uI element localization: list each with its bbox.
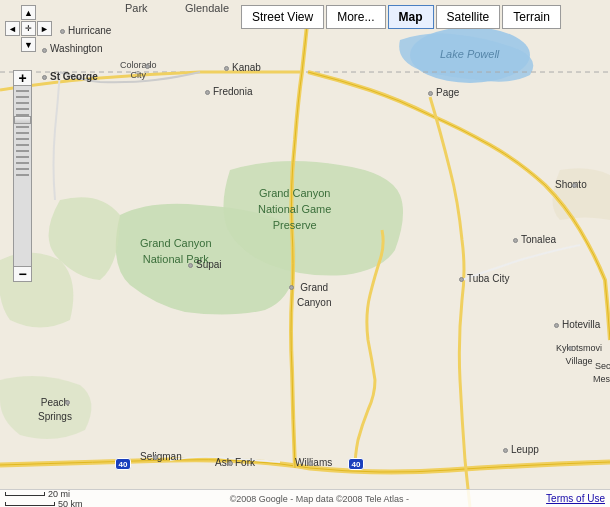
kykotsmovi-dot [568, 346, 573, 351]
supai-dot [188, 263, 193, 268]
zoom-notch-11 [16, 150, 29, 152]
zoom-notch-7 [16, 126, 29, 128]
scale-km-label: 50 km [58, 499, 83, 508]
nav-empty-bl [5, 37, 20, 52]
seligman-dot [153, 455, 158, 460]
bottom-bar: 20 mi 50 km ©2008 Google - Map data ©200… [0, 489, 610, 507]
hotevilla-dot [554, 323, 559, 328]
zoom-slider: + − [13, 70, 32, 282]
grand-canyon-dot [289, 285, 294, 290]
hurricane-dot [60, 29, 65, 34]
scale-miles: 20 mi [5, 489, 83, 499]
zoom-notch-4 [16, 108, 29, 110]
nav-empty-tl [5, 5, 20, 20]
map-svg [0, 0, 610, 507]
satellite-button[interactable]: Satellite [436, 5, 501, 29]
nav-empty-tr [37, 5, 52, 20]
nav-down-button[interactable]: ▼ [21, 37, 36, 52]
toolbar: Street View More... Map Satellite Terrai… [241, 5, 561, 29]
kanab-dot [224, 66, 229, 71]
zoom-notch-10 [16, 144, 29, 146]
zoom-notch-14 [16, 168, 29, 170]
scale-km: 50 km [5, 499, 83, 508]
st-george-dot [42, 75, 47, 80]
zoom-notch-1 [16, 90, 29, 92]
map-button[interactable]: Map [388, 5, 434, 29]
i40-shield-left: 40 [115, 458, 131, 470]
more-button[interactable]: More... [326, 5, 385, 29]
terrain-button[interactable]: Terrain [502, 5, 561, 29]
nav-up-button[interactable]: ▲ [21, 5, 36, 20]
nav-center-button[interactable]: ✛ [21, 21, 36, 36]
terms-of-use-link[interactable]: Terms of Use [546, 493, 605, 504]
zoom-notch-12 [16, 156, 29, 158]
scale-miles-label: 20 mi [48, 489, 70, 499]
colorado-city-dot [145, 64, 150, 69]
zoom-in-button[interactable]: + [13, 70, 32, 86]
leupp-dot [503, 448, 508, 453]
scale-bar: 20 mi 50 km [5, 489, 83, 508]
zoom-handle[interactable] [14, 116, 31, 124]
shonto-dot [572, 183, 577, 188]
nav-right-button[interactable]: ► [37, 21, 52, 36]
zoom-track [13, 86, 32, 266]
copyright-text: ©2008 Google - Map data ©2008 Tele Atlas… [93, 494, 547, 504]
ash-fork-dot [228, 461, 233, 466]
page-dot [428, 91, 433, 96]
i40-shield-right: 40 [348, 458, 364, 470]
nav-left-button[interactable]: ◄ [5, 21, 20, 36]
zoom-notch-9 [16, 138, 29, 140]
fredonia-dot [205, 90, 210, 95]
scale-ruler-km [5, 502, 55, 506]
zoom-notch-3 [16, 102, 29, 104]
zoom-notch-2 [16, 96, 29, 98]
nav-controls: ▲ ◄ ✛ ► ▼ [5, 5, 50, 52]
street-view-button[interactable]: Street View [241, 5, 324, 29]
zoom-out-button[interactable]: − [13, 266, 32, 282]
nav-empty-br [37, 37, 52, 52]
zoom-notch-13 [16, 162, 29, 164]
williams-dot [308, 461, 313, 466]
tonalea-dot [513, 238, 518, 243]
peach-springs-dot [65, 400, 70, 405]
map-container[interactable]: Park Glendale Hurricane Washington St Ge… [0, 0, 610, 507]
scale-ruler-miles [5, 492, 45, 496]
zoom-notch-15 [16, 174, 29, 176]
tuba-city-dot [459, 277, 464, 282]
zoom-notch-8 [16, 132, 29, 134]
